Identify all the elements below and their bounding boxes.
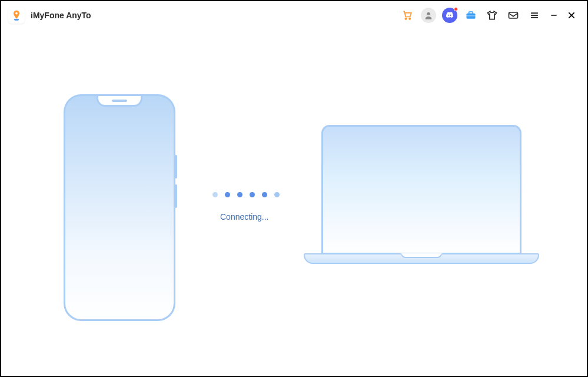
location-pin-icon — [11, 9, 22, 21]
toolbox-icon[interactable] — [463, 8, 479, 23]
titlebar: iMyFone AnyTo — [1, 1, 587, 29]
svg-point-2 — [405, 18, 407, 20]
svg-point-1 — [14, 19, 19, 21]
notification-dot — [454, 7, 458, 11]
svg-rect-7 — [467, 15, 476, 16]
app-window: iMyFone AnyTo — [0, 0, 588, 377]
main-content: Connecting... — [1, 29, 587, 376]
connecting-dots — [212, 192, 280, 197]
mail-icon[interactable] — [506, 8, 521, 23]
laptop-trackpad-notch — [401, 253, 442, 258]
menu-icon[interactable] — [527, 8, 542, 23]
progress-dot — [274, 192, 280, 197]
close-button[interactable] — [566, 9, 577, 21]
phone-side-button — [175, 155, 177, 178]
svg-point-0 — [15, 12, 18, 15]
app-title: iMyFone AnyTo — [31, 11, 91, 20]
laptop-screen — [321, 125, 521, 254]
laptop-base — [304, 253, 539, 264]
tshirt-icon[interactable] — [484, 8, 500, 23]
phone-speaker — [112, 100, 127, 102]
status-text: Connecting... — [220, 212, 269, 221]
cart-icon[interactable] — [400, 8, 415, 23]
phone-notch — [97, 96, 142, 107]
titlebar-left: iMyFone AnyTo — [8, 7, 91, 24]
progress-dot — [212, 192, 218, 197]
user-icon[interactable] — [421, 8, 436, 23]
svg-point-4 — [427, 12, 430, 15]
progress-dot — [237, 192, 242, 197]
app-logo — [8, 7, 25, 24]
laptop-illustration — [313, 125, 530, 284]
svg-point-3 — [409, 18, 411, 20]
minimize-button[interactable] — [548, 9, 560, 21]
phone-illustration — [64, 94, 175, 321]
discord-icon[interactable] — [442, 8, 457, 23]
progress-dot — [225, 192, 230, 197]
titlebar-right — [400, 8, 577, 23]
svg-rect-6 — [469, 12, 473, 14]
progress-dot — [262, 192, 267, 197]
svg-rect-8 — [509, 12, 518, 18]
progress-dot — [250, 192, 255, 197]
phone-side-button — [175, 184, 177, 208]
